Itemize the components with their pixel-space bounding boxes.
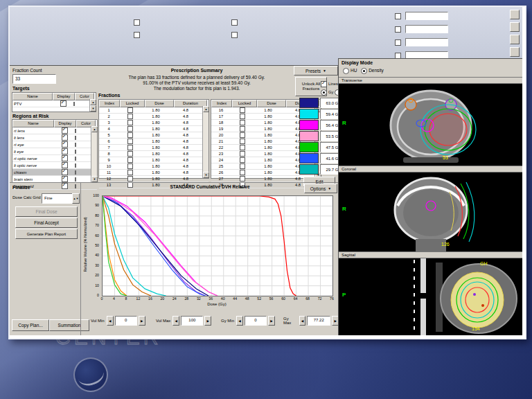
locked-checkbox[interactable]	[240, 170, 245, 175]
color-swatch[interactable]	[75, 157, 76, 161]
region-row[interactable]: lt eye	[12, 148, 97, 155]
dvh-plot[interactable]	[102, 195, 333, 296]
increment-button[interactable]: ▶	[204, 316, 211, 326]
locked-checkbox[interactable]	[127, 151, 133, 157]
region-row[interactable]: rt optic nerve	[12, 155, 97, 162]
color-swatch[interactable]	[75, 170, 76, 175]
decrement-button[interactable]: ◀	[299, 316, 306, 326]
region-row[interactable]: rt eye	[12, 141, 97, 148]
locked-checkbox[interactable]	[127, 170, 133, 175]
locked-checkbox[interactable]	[127, 145, 133, 150]
color-swatch[interactable]	[75, 129, 76, 133]
locked-checkbox[interactable]	[127, 107, 133, 113]
gy-radio[interactable]	[321, 89, 327, 96]
regions-scrollbar[interactable]	[91, 126, 97, 182]
top-strip-button[interactable]	[510, 47, 520, 57]
color-swatch[interactable]	[75, 177, 76, 181]
vol-max-value[interactable]: 100	[181, 316, 203, 326]
density-radio[interactable]	[361, 68, 367, 74]
display-checkbox[interactable]	[62, 141, 68, 148]
locked-checkbox[interactable]	[240, 145, 245, 150]
top-strip-button[interactable]	[510, 10, 520, 19]
display-checkbox[interactable]	[62, 134, 68, 141]
transverse-view[interactable]: R 53	[339, 84, 522, 166]
fractions-scrollbar[interactable]	[202, 106, 209, 178]
color-swatch[interactable]	[75, 150, 76, 154]
locked-checkbox[interactable]	[127, 163, 133, 169]
display-checkbox[interactable]	[62, 169, 68, 175]
dose-calc-grid-select[interactable]: Fine	[42, 193, 76, 204]
locked-checkbox[interactable]	[240, 163, 245, 169]
decrement-button[interactable]: ◀	[172, 316, 179, 326]
top-strip-checkbox[interactable]	[231, 19, 238, 26]
top-strip-field[interactable]	[405, 25, 448, 33]
locked-checkbox[interactable]	[240, 126, 245, 132]
locked-checkbox[interactable]	[240, 157, 245, 163]
color-swatch[interactable]	[75, 143, 76, 147]
locked-checkbox[interactable]	[240, 107, 245, 113]
color-swatch[interactable]	[73, 102, 75, 106]
top-strip-checkbox[interactable]	[395, 13, 401, 19]
final-dose-button[interactable]: Final Dose	[15, 206, 78, 217]
dose-calc-spinner[interactable]: ▲▼	[72, 193, 80, 204]
display-checkbox[interactable]	[60, 100, 66, 107]
locked-checkbox[interactable]	[240, 139, 245, 144]
locked-checkbox[interactable]	[240, 151, 245, 157]
fraction-row[interactable]: 5 1.80 4.8	[99, 132, 209, 139]
gy-max-value[interactable]: 77.22	[307, 316, 330, 326]
locked-checkbox[interactable]	[240, 120, 245, 125]
top-strip-button[interactable]	[510, 22, 520, 32]
decrement-button[interactable]: ◀	[236, 316, 243, 326]
hu-radio[interactable]	[343, 68, 349, 74]
fraction-row[interactable]: 4 1.80 4.8	[99, 126, 209, 132]
top-strip-button[interactable]	[510, 35, 520, 44]
top-strip-checkbox[interactable]	[134, 19, 140, 26]
display-checkbox[interactable]	[62, 162, 68, 168]
generate-plan-report-button[interactable]: Generate Plan Report	[15, 229, 78, 239]
display-checkbox[interactable]	[62, 176, 68, 182]
targets-scrollbar[interactable]	[89, 99, 96, 112]
target-row[interactable]: PTV	[12, 100, 96, 107]
top-strip-field[interactable]	[405, 12, 448, 20]
top-strip-checkbox[interactable]	[395, 39, 401, 46]
display-checkbox[interactable]	[62, 127, 68, 134]
fraction-row[interactable]: 10 1.80 4.8	[99, 163, 209, 170]
fraction-row[interactable]: 7 1.80 4.8	[99, 145, 209, 151]
locked-checkbox[interactable]	[240, 132, 245, 138]
decrement-button[interactable]: ◀	[107, 316, 114, 326]
dvh-options-button[interactable]: Options ▼	[304, 184, 337, 193]
gy-min-value[interactable]: 0	[245, 316, 267, 326]
fraction-count-input[interactable]: 33	[12, 74, 56, 84]
locked-checkbox[interactable]	[127, 176, 133, 181]
locked-checkbox[interactable]	[240, 114, 245, 119]
region-row[interactable]: rt lens	[12, 127, 97, 134]
vol-min-value[interactable]: 0	[115, 316, 137, 326]
top-strip-checkbox[interactable]	[395, 26, 401, 33]
locked-checkbox[interactable]	[127, 139, 133, 144]
increment-button[interactable]: ▶	[268, 316, 275, 326]
region-row[interactable]: lt optic nerve	[12, 162, 97, 169]
display-checkbox[interactable]	[62, 148, 68, 154]
copy-plan-button[interactable]: Copy Plan...	[12, 319, 49, 331]
fraction-row[interactable]: 2 1.80 4.8	[99, 114, 209, 120]
locked-checkbox[interactable]	[240, 176, 245, 181]
coronal-view[interactable]: R 126	[339, 172, 522, 251]
top-strip-field[interactable]	[405, 38, 448, 46]
locked-checkbox[interactable]	[127, 120, 133, 125]
region-row[interactable]: chiasm	[12, 169, 97, 176]
final-accept-button[interactable]: Final Accept	[15, 218, 78, 228]
locked-checkbox[interactable]	[127, 132, 133, 138]
increment-button[interactable]: ▶	[139, 316, 145, 326]
color-swatch[interactable]	[75, 136, 76, 140]
fraction-row[interactable]: 6 1.80 4.8	[99, 139, 209, 145]
fraction-row[interactable]: 1 1.80 4.8	[99, 107, 209, 114]
fraction-row[interactable]: 8 1.80 4.8	[99, 151, 209, 157]
color-swatch[interactable]	[75, 163, 76, 168]
locked-checkbox[interactable]	[127, 126, 133, 132]
locked-checkbox[interactable]	[127, 157, 133, 163]
presets-button[interactable]: Presets ▼	[294, 66, 338, 76]
sagittal-view[interactable]: P GH 154	[339, 258, 522, 335]
top-strip-checkbox[interactable]	[134, 32, 140, 38]
region-row[interactable]: lt lens	[12, 134, 97, 141]
top-strip-checkbox[interactable]	[231, 32, 238, 38]
